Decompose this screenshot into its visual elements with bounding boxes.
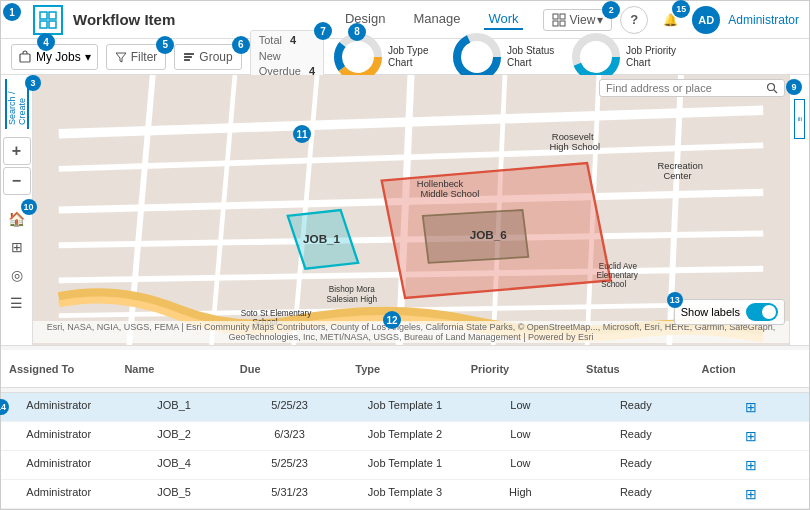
svg-text:Recreation: Recreation — [658, 160, 703, 171]
group-label: Group — [199, 50, 232, 64]
show-labels-toggle[interactable] — [746, 303, 778, 321]
cell-due-3: 5/25/23 — [232, 455, 347, 475]
left-sidebar: 3 Search / Create + − 10 🏠 ⊞ ◎ ☰ — [1, 75, 33, 345]
help-button[interactable]: ? — [620, 6, 648, 34]
svg-point-53 — [768, 84, 775, 91]
total-value: 4 — [290, 33, 296, 48]
cell-due-4: 5/31/23 — [232, 484, 347, 504]
col-type: Type — [347, 350, 462, 388]
briefcase-icon — [18, 50, 32, 64]
svg-rect-4 — [553, 14, 558, 19]
cell-name-4: JOB_5 — [116, 484, 231, 504]
svg-text:High School: High School — [550, 141, 601, 152]
svg-text:JOB_6: JOB_6 — [470, 228, 508, 241]
callout-15: 15 — [672, 0, 690, 18]
map-search[interactable] — [599, 79, 785, 97]
svg-text:Hollenbeck: Hollenbeck — [417, 178, 464, 189]
svg-text:School: School — [601, 280, 626, 289]
callout-10: 10 — [21, 199, 37, 215]
svg-rect-5 — [560, 14, 565, 19]
cell-priority-3: Low — [463, 455, 578, 475]
new-label: New — [259, 49, 281, 64]
header-actions: 2 View ▾ ? 15 🔔 — [543, 6, 799, 34]
cell-name-2: JOB_2 — [116, 426, 231, 446]
job-type-chart-label: Job Type Chart — [388, 45, 443, 69]
cell-due-2: 6/3/23 — [232, 426, 347, 446]
table-row: Administrator JOB_4 5/25/23 Job Template… — [1, 451, 809, 480]
col-due: Due — [232, 350, 347, 388]
svg-rect-8 — [20, 54, 30, 62]
cell-type-1: Job Template 1 — [347, 397, 462, 417]
svg-rect-3 — [49, 21, 56, 28]
menu-btn[interactable]: ☰ — [3, 289, 31, 317]
locate-btn[interactable]: ◎ — [3, 261, 31, 289]
cell-assigned-3: Administrator — [1, 455, 116, 475]
table-row: 14 Administrator JOB_1 5/25/23 Job Templ… — [1, 393, 809, 422]
user-name[interactable]: Administrator — [728, 13, 799, 27]
callout-3: 3 — [25, 75, 41, 91]
svg-text:JOB_1: JOB_1 — [303, 232, 341, 245]
job-status-chart-label: Job Status Chart — [507, 45, 562, 69]
cell-action-2[interactable]: ⊞ — [694, 426, 809, 446]
group-icon — [183, 51, 195, 63]
svg-rect-9 — [184, 53, 194, 55]
toggle-knob — [762, 305, 776, 319]
cell-assigned-1: Administrator — [1, 397, 116, 417]
callout-13: 13 — [667, 292, 683, 308]
col-assigned: Assigned To — [1, 350, 116, 388]
cell-assigned-2: Administrator — [1, 426, 116, 446]
cell-priority-2: Low — [463, 426, 578, 446]
right-panel-label[interactable]: ≡ — [794, 99, 805, 139]
callout-5: 5 — [156, 36, 174, 54]
user-avatar: AD — [692, 6, 720, 34]
show-labels-text: Show labels — [681, 306, 740, 318]
cell-name-1: JOB_1 — [116, 397, 231, 417]
cell-type-4: Job Template 3 — [347, 484, 462, 504]
svg-point-17 — [465, 45, 489, 69]
cell-assigned-4: Administrator — [1, 484, 116, 504]
col-name: Name — [116, 350, 231, 388]
svg-text:Elementary: Elementary — [596, 271, 638, 280]
job-priority-chart-label: Job Priority Chart — [626, 45, 686, 69]
cell-action-3[interactable]: ⊞ — [694, 455, 809, 475]
svg-text:Middle School: Middle School — [420, 188, 479, 199]
main-nav: Design Manage Work — [341, 9, 523, 30]
map-area: Hollenbeck Middle School Roosevelt High … — [33, 75, 789, 345]
cell-type-3: Job Template 1 — [347, 455, 462, 475]
my-jobs-dropdown[interactable]: My Jobs ▾ — [11, 44, 98, 70]
my-jobs-label: My Jobs — [36, 50, 81, 64]
nav-manage[interactable]: Manage — [409, 9, 464, 30]
cell-status-3: Ready — [578, 455, 693, 475]
svg-rect-6 — [553, 21, 558, 26]
col-priority: Priority — [463, 350, 578, 388]
cell-status-2: Ready — [578, 426, 693, 446]
svg-text:Center: Center — [663, 170, 691, 181]
cell-action-4[interactable]: ⊞ — [694, 484, 809, 504]
table-row: Administrator JOB_2 6/3/23 Job Template … — [1, 422, 809, 451]
layers-btn[interactable]: ⊞ — [3, 233, 31, 261]
view-label: View — [570, 13, 596, 27]
svg-line-54 — [774, 90, 777, 93]
svg-rect-10 — [184, 56, 192, 58]
svg-rect-0 — [40, 12, 47, 19]
callout-1: 1 — [3, 3, 21, 21]
map-search-input[interactable] — [606, 82, 766, 94]
callout-11: 11 — [293, 125, 311, 143]
table-header: Assigned To Name Due Type Priority Statu… — [1, 346, 809, 393]
svg-rect-1 — [49, 12, 56, 19]
svg-text:Bishop Mora: Bishop Mora — [329, 285, 375, 294]
col-status: Status — [578, 350, 693, 388]
zoom-in-btn[interactable]: + — [3, 137, 31, 165]
zoom-out-btn[interactable]: − — [3, 167, 31, 195]
filter-icon — [115, 51, 127, 63]
cell-type-2: Job Template 2 — [347, 426, 462, 446]
callout-9: 9 — [786, 79, 802, 95]
cell-priority-4: High — [463, 484, 578, 504]
svg-rect-11 — [184, 59, 190, 61]
filter-label: Filter — [131, 50, 158, 64]
nav-work[interactable]: Work — [484, 9, 522, 30]
col-action: Action — [694, 350, 809, 388]
svg-rect-7 — [560, 21, 565, 26]
table-row: Administrator JOB_5 5/31/23 Job Template… — [1, 480, 809, 509]
cell-action-1[interactable]: ⊞ — [694, 397, 809, 417]
